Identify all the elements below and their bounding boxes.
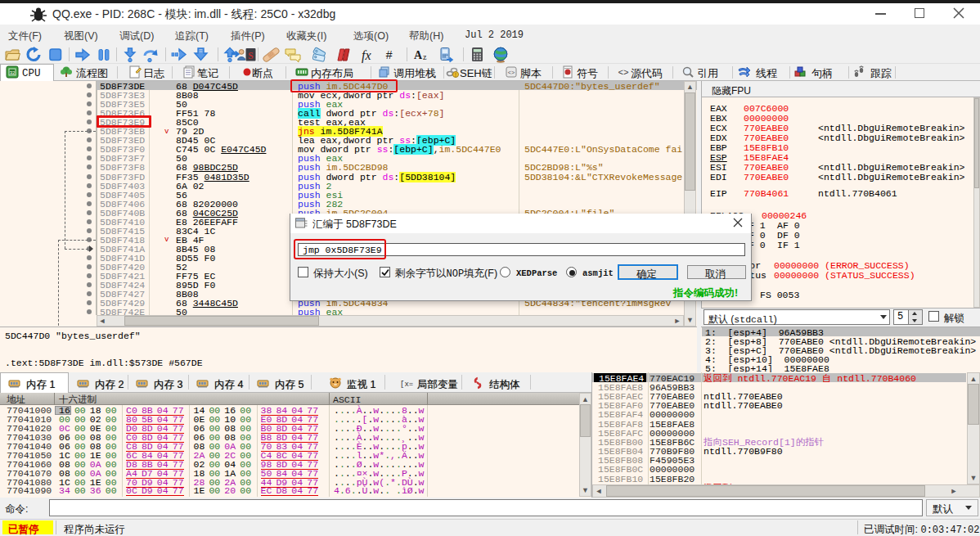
svg-text:S: S	[248, 51, 253, 61]
svg-text:#: #	[386, 48, 393, 61]
svg-text:fx: fx	[362, 48, 371, 63]
svg-text:z: z	[423, 52, 427, 61]
svg-text:[x=]: [x=]	[400, 381, 414, 389]
svg-text:!: !	[455, 72, 456, 78]
svg-text:32: 32	[10, 70, 16, 75]
svg-text:<>: <>	[508, 70, 515, 76]
svg-text:<>: <>	[618, 68, 628, 78]
svg-text:A: A	[414, 49, 423, 61]
